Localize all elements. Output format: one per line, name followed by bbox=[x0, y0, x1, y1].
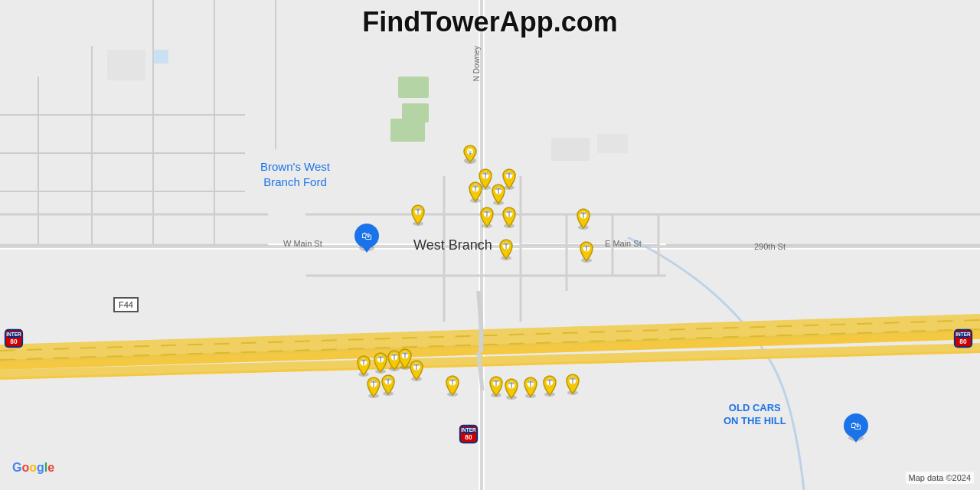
tower-pin[interactable]: 📡 bbox=[459, 141, 481, 167]
street-label-n-downey: N Downey bbox=[472, 46, 481, 81]
svg-text:📡: 📡 bbox=[468, 150, 473, 155]
svg-text:80: 80 bbox=[10, 338, 18, 345]
interstate-badge-i80-center: INTER 80 bbox=[458, 423, 479, 445]
svg-text:INTER: INTER bbox=[6, 332, 21, 337]
tower-pin[interactable] bbox=[443, 372, 462, 397]
interstate-badge-i80-left: INTER 80 bbox=[3, 328, 24, 349]
map-container: FindTowerApp.com W Main St E Main St 290… bbox=[0, 0, 980, 490]
street-label-e-main: E Main St bbox=[605, 239, 642, 248]
tower-pin[interactable] bbox=[496, 236, 516, 260]
svg-rect-31 bbox=[551, 138, 590, 161]
tower-pin[interactable] bbox=[477, 204, 497, 228]
place-label-old-cars: OLD CARS ON THE HILL bbox=[724, 402, 786, 428]
old-cars-line2: ON THE HILL bbox=[724, 415, 786, 426]
svg-rect-32 bbox=[597, 134, 628, 153]
svg-text:🛍: 🛍 bbox=[361, 230, 372, 242]
street-label-290th: 290th St bbox=[754, 242, 786, 251]
tower-pin[interactable] bbox=[563, 371, 583, 395]
tower-pin[interactable] bbox=[521, 374, 541, 398]
interstate-badge-i80-right: INTER 80 bbox=[952, 328, 974, 349]
tower-pin[interactable] bbox=[573, 205, 593, 230]
tower-pin[interactable] bbox=[501, 375, 521, 400]
svg-text:INTER: INTER bbox=[956, 332, 971, 337]
tower-pin[interactable] bbox=[408, 201, 428, 226]
svg-rect-34 bbox=[153, 50, 168, 64]
road-sign-f44: F44 bbox=[113, 297, 139, 312]
svg-rect-33 bbox=[107, 50, 145, 80]
google-logo: Google bbox=[12, 461, 54, 475]
svg-text:🛍: 🛍 bbox=[851, 420, 861, 432]
shop-pin-browns-ford[interactable]: 🛍 bbox=[352, 219, 381, 253]
shop-pin-old-cars[interactable]: 🛍 bbox=[841, 409, 871, 443]
tower-pin[interactable] bbox=[407, 357, 426, 381]
tower-pin[interactable] bbox=[499, 204, 519, 228]
svg-rect-14 bbox=[398, 77, 429, 98]
tower-pin[interactable] bbox=[488, 181, 508, 205]
city-label-west-branch: West Branch bbox=[413, 237, 492, 253]
tower-pin[interactable] bbox=[378, 371, 398, 396]
tower-pin[interactable] bbox=[466, 178, 485, 203]
svg-text:INTER: INTER bbox=[461, 427, 476, 433]
browns-ford-line2: Branch Ford bbox=[263, 175, 327, 188]
tower-pin[interactable] bbox=[540, 372, 560, 397]
place-label-browns-ford: Brown's West Branch Ford bbox=[260, 159, 330, 189]
tower-pin[interactable] bbox=[577, 238, 596, 263]
old-cars-line1: OLD CARS bbox=[729, 402, 781, 413]
svg-text:80: 80 bbox=[959, 338, 967, 345]
svg-rect-16 bbox=[390, 119, 425, 142]
browns-ford-line1: Brown's West bbox=[260, 160, 330, 173]
street-label-w-main: W Main St bbox=[283, 239, 322, 248]
page-title: FindTowerApp.com bbox=[362, 6, 617, 38]
map-data-attribution: Map data ©2024 bbox=[906, 472, 975, 484]
svg-text:80: 80 bbox=[465, 433, 472, 441]
